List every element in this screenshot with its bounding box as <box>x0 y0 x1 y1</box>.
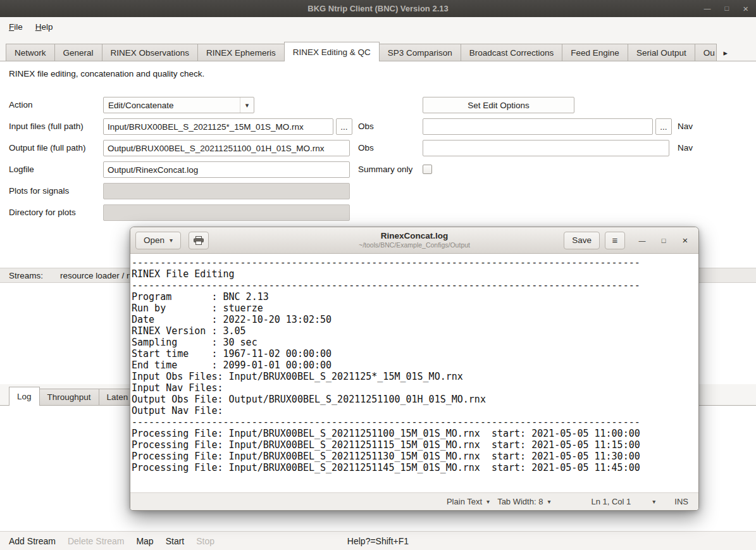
open-button-label: Open <box>144 235 164 245</box>
output-obs-tag: Obs <box>358 140 374 156</box>
tab-rinex-editing-qc[interactable]: RINEX Editing & QC <box>284 42 380 61</box>
chevron-right-icon: ▸ <box>723 48 728 58</box>
delete-stream-button: Delete Stream <box>68 536 124 546</box>
summary-only-label: Summary only <box>358 161 412 178</box>
editor-title-block: RinexConcat.log ~/tools/BNC/Example_Conf… <box>359 231 470 250</box>
plots-signals-field <box>103 183 350 199</box>
save-button[interactable]: Save <box>564 232 600 249</box>
editor-title: RinexConcat.log <box>359 231 470 242</box>
editor-close-icon[interactable]: × <box>677 232 693 249</box>
summary-only-checkbox[interactable] <box>423 165 432 174</box>
output-nav-tag: Nav <box>678 140 693 156</box>
input-nav-browse-button[interactable]: ... <box>655 118 672 135</box>
chevron-down-icon: ▾ <box>486 498 490 505</box>
tab-width-label: Tab Width: 8 <box>497 497 543 506</box>
insert-mode-indicator: INS <box>674 497 688 506</box>
window-title: BKG Ntrip Client (BNC) Version 2.13 <box>307 4 448 13</box>
output-obs-file-field[interactable] <box>103 140 350 156</box>
action-select-value: Edit/Concatenate <box>104 101 240 110</box>
stop-button: Stop <box>196 536 214 546</box>
input-obs-files-field[interactable] <box>103 118 333 135</box>
editor-window: Open ▾ RinexConcat.log ~/tools/BNC/Examp… <box>130 227 699 511</box>
chevron-down-icon: ▾ <box>240 97 254 113</box>
titlebar: BKG Ntrip Client (BNC) Version 2.13 — □ … <box>0 0 756 17</box>
tab-sp3-comparison[interactable]: SP3 Comparison <box>379 44 461 61</box>
print-button[interactable] <box>189 232 209 249</box>
editor-subtitle: ~/tools/BNC/Example_Configs/Output <box>359 241 470 249</box>
logfile-field[interactable] <box>103 161 350 178</box>
tab-network[interactable]: Network <box>6 44 55 61</box>
bottom-toolbar: Add Stream Delete Stream Map Start Stop … <box>0 531 756 550</box>
minimize-icon[interactable]: — <box>704 5 711 12</box>
input-files-label: Input files (full path) <box>9 118 84 135</box>
tab-broadcast-corrections[interactable]: Broadcast Corrections <box>461 44 563 61</box>
output-file-label: Output file (full path) <box>9 140 86 156</box>
help-hint: Help?=Shift+F1 <box>347 536 409 546</box>
add-stream-button[interactable]: Add Stream <box>9 536 56 546</box>
menu-button[interactable]: ≡ <box>605 232 625 249</box>
goto-line-dropdown[interactable]: ▾ <box>652 498 655 505</box>
tab-general[interactable]: General <box>54 44 102 61</box>
editor-statusbar: Plain Text ▾ Tab Width: 8 ▾ Ln 1, Col 1 … <box>130 492 698 510</box>
editor-maximize-icon[interactable]: □ <box>655 232 672 249</box>
input-nav-files-field[interactable] <box>423 118 653 135</box>
language-label: Plain Text <box>447 497 482 506</box>
open-button[interactable]: Open ▾ <box>135 232 181 249</box>
tab-throughput[interactable]: Throughput <box>39 389 99 405</box>
plots-directory-label: Directory for plots <box>9 204 76 221</box>
language-selector[interactable]: Plain Text ▾ <box>447 497 490 506</box>
tab-rinex-ephemeris[interactable]: RINEX Ephemeris <box>197 44 285 61</box>
cursor-position[interactable]: Ln 1, Col 1 <box>591 497 631 506</box>
bnc-main-window: BKG Ntrip Client (BNC) Version 2.13 — □ … <box>0 0 756 550</box>
editor-headerbar: Open ▾ RinexConcat.log ~/tools/BNC/Examp… <box>130 227 698 254</box>
maximize-icon[interactable]: □ <box>725 5 729 12</box>
panel-description: RINEX file editing, concatenation and qu… <box>9 69 204 78</box>
input-nav-tag: Nav <box>678 118 693 135</box>
start-button[interactable]: Start <box>166 536 185 546</box>
map-button[interactable]: Map <box>136 536 153 546</box>
tab-feed-engine[interactable]: Feed Engine <box>562 44 628 61</box>
tab-rinex-observations[interactable]: RINEX Observations <box>102 44 199 61</box>
tab-log[interactable]: Log <box>9 387 40 406</box>
tab-output-truncated[interactable]: Ou <box>695 44 717 61</box>
menu-file[interactable]: File <box>3 20 29 34</box>
menu-help[interactable]: Help <box>29 20 59 34</box>
editor-minimize-icon[interactable]: — <box>634 232 650 249</box>
main-tab-bar: Network General RINEX Observations RINEX… <box>0 36 756 61</box>
tab-serial-output[interactable]: Serial Output <box>628 44 695 61</box>
input-obs-tag: Obs <box>358 118 374 135</box>
logfile-label: Logfile <box>9 161 34 178</box>
tab-scroll-right-button[interactable]: ▸ <box>716 44 735 61</box>
editor-text-area[interactable]: ----------------------------------------… <box>130 254 698 492</box>
menubar: File Help <box>0 17 756 36</box>
action-label: Action <box>9 97 33 113</box>
chevron-down-icon: ▾ <box>547 498 550 505</box>
streams-value: resource loader / n <box>60 271 132 280</box>
close-icon[interactable]: × <box>743 4 748 13</box>
action-select[interactable]: Edit/Concatenate ▾ <box>103 97 254 113</box>
chevron-down-icon: ▾ <box>170 237 173 244</box>
tab-width-selector[interactable]: Tab Width: 8 ▾ <box>497 497 550 506</box>
set-edit-options-button[interactable]: Set Edit Options <box>423 97 574 113</box>
editor-window-controls: — □ × <box>634 232 693 249</box>
streams-label: Streams: <box>9 271 43 280</box>
print-icon <box>194 236 204 245</box>
plots-directory-field <box>103 204 350 221</box>
hamburger-icon: ≡ <box>612 235 618 246</box>
window-controls: — □ × <box>704 0 748 17</box>
input-obs-browse-button[interactable]: ... <box>336 118 352 135</box>
output-nav-file-field[interactable] <box>423 140 669 156</box>
plots-signals-label: Plots for signals <box>9 183 69 199</box>
